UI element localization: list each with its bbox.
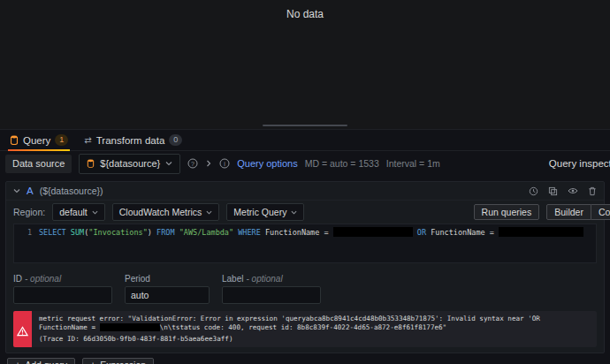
tab-query[interactable]: Query 1	[2, 130, 76, 150]
error-stripe	[13, 311, 32, 347]
add-query-label: Add query	[25, 360, 67, 364]
id-field-group: ID - optional	[13, 274, 112, 304]
transform-icon: ⇄	[84, 135, 91, 145]
editor-tabbar: Query 1 ⇄ Transform data 0	[0, 130, 610, 151]
info-icon: i	[219, 158, 230, 169]
builder-mode-button[interactable]: Builder	[546, 204, 591, 220]
error-request-id: 8b8c839f-4022-4d65-a872-e8f61f8177e6"	[297, 323, 446, 331]
chevron-right-icon[interactable]	[205, 160, 212, 167]
region-label: Region:	[13, 207, 45, 217]
add-query-button[interactable]: Add query	[7, 358, 75, 364]
help-icon[interactable]: ?	[187, 158, 198, 169]
tab-transform[interactable]: ⇄ Transform data 0	[76, 130, 190, 150]
query-options-toggle[interactable]: Query options	[237, 158, 297, 169]
query-mode-select-value: Metric Query	[233, 207, 286, 217]
sql-token: SUM	[71, 228, 84, 237]
sql-token: "AWS/Lambda"	[179, 228, 239, 237]
period-field-label: Period	[125, 274, 150, 284]
sql-token: )	[148, 228, 156, 237]
query-fields: ID - optional Period Label - optional	[13, 274, 597, 304]
query-error-banner: metric request error: "ValidationError: …	[13, 311, 597, 347]
sql-token: FunctionName	[265, 228, 324, 237]
collapse-chevron-icon[interactable]	[13, 187, 20, 194]
redacted-value	[100, 323, 160, 331]
label-field-optional: - optional	[246, 274, 282, 284]
id-field-label: ID	[13, 274, 22, 284]
no-data-message: No data	[0, 8, 610, 20]
query-ref-id: A	[27, 186, 34, 196]
query-row-header[interactable]: A (${datasource})	[6, 182, 604, 201]
add-expression-label: Expression	[100, 360, 146, 364]
history-icon[interactable]	[529, 186, 538, 196]
region-select-value: default	[59, 207, 88, 217]
warning-triangle-icon	[17, 315, 28, 347]
plus-icon	[90, 360, 100, 364]
svg-text:?: ?	[191, 161, 194, 167]
panel-resize-handle[interactable]	[263, 125, 347, 126]
datasource-picker-value: ${datasource}	[100, 158, 160, 169]
sql-code: SELECT SUM("Invocations") FROM "AWS/Lamb…	[39, 227, 583, 239]
sql-token: FunctionName	[431, 228, 490, 237]
chevron-down-icon	[206, 209, 212, 216]
panel-preview: No data	[0, 0, 610, 130]
sql-code-line: 1 SELECT SUM("Invocations") FROM "AWS/La…	[14, 227, 596, 239]
namespace-select-value: CloudWatch Metrics	[119, 207, 202, 217]
sql-token: FROM	[156, 228, 179, 237]
tab-query-label: Query	[23, 135, 50, 146]
query-datasource-hint: (${datasource})	[40, 186, 103, 196]
query-header-actions	[529, 186, 597, 196]
error-text-part: \n\tstatus code: 400, request id:	[160, 323, 294, 331]
grafana-query-editor: No data Query 1 ⇄ Transform data 0 Data …	[0, 0, 610, 364]
line-number: 1	[14, 227, 32, 239]
error-text: metric request error: "ValidationError: …	[39, 315, 590, 333]
plus-icon	[15, 360, 25, 364]
add-expression-button[interactable]: Expression	[82, 358, 154, 364]
footer-actions: Add query Expression	[7, 358, 610, 364]
duplicate-icon[interactable]	[548, 186, 558, 196]
datasource-bar: Data source ${datasource} ? i Query opti…	[0, 151, 610, 176]
editor-mode-toggle: Builder Code	[546, 204, 610, 220]
run-queries-button[interactable]: Run queries	[474, 204, 540, 220]
label-field-label: Label	[222, 274, 243, 284]
sql-token: =	[324, 228, 332, 237]
chevron-down-icon	[92, 209, 98, 216]
label-field-group: Label - optional	[222, 274, 321, 304]
hide-eye-icon[interactable]	[568, 186, 578, 196]
query-inspector-button[interactable]: Query inspector	[549, 158, 610, 169]
interval: Interval = 1m	[386, 158, 440, 169]
datasource-icon	[87, 159, 95, 168]
query-row-card: A (${datasource}) Region: defaul	[5, 181, 605, 353]
tab-query-count: 1	[55, 134, 68, 146]
sql-token: =	[490, 228, 499, 237]
sql-code-editor[interactable]: 1 SELECT SUM("Invocations") FROM "AWS/La…	[13, 224, 597, 263]
period-field-group: Period	[125, 274, 210, 304]
svg-text:i: i	[224, 161, 225, 167]
query-mode-select[interactable]: Metric Query	[226, 203, 304, 221]
id-input[interactable]	[13, 286, 112, 304]
region-select[interactable]: default	[52, 203, 105, 221]
tab-transform-label: Transform data	[96, 135, 165, 146]
database-icon	[10, 135, 19, 145]
tab-transform-count: 0	[169, 134, 182, 146]
max-data-points: MD = auto = 1533	[305, 158, 379, 169]
code-mode-button[interactable]: Code	[591, 204, 610, 220]
error-trace-id: (Trace ID: 66d3050b-9fb0-483f-881f-b5aea…	[39, 335, 590, 344]
sql-token: SELECT	[39, 228, 71, 237]
redacted-value	[499, 227, 583, 237]
id-field-optional: - optional	[25, 274, 61, 284]
datasource-label: Data source	[5, 155, 72, 173]
sql-token: WHERE	[238, 228, 265, 237]
label-input[interactable]	[222, 286, 321, 304]
error-message: metric request error: "ValidationError: …	[32, 311, 597, 347]
trash-icon[interactable]	[588, 186, 597, 196]
period-input[interactable]	[125, 286, 210, 304]
chevron-down-icon	[165, 160, 172, 167]
sql-token: "Invocations"	[88, 228, 148, 237]
sql-token: OR	[413, 228, 431, 237]
redacted-value	[333, 227, 413, 237]
chevron-down-icon	[291, 209, 297, 216]
query-toolbar: Region: default CloudWatch Metrics Metri…	[6, 202, 604, 222]
namespace-select[interactable]: CloudWatch Metrics	[112, 203, 220, 221]
datasource-picker[interactable]: ${datasource}	[79, 154, 180, 174]
